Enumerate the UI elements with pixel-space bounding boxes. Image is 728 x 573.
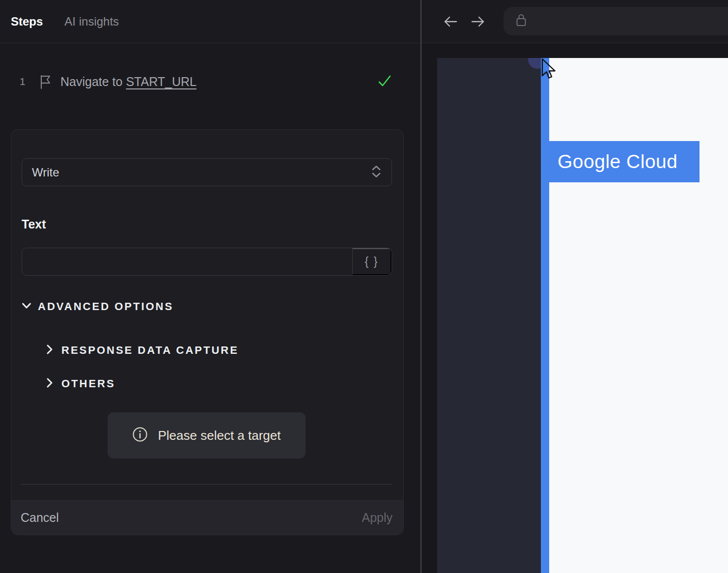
arrow-right-icon (469, 13, 487, 30)
text-input-group: { } (22, 248, 392, 276)
highlighted-element-label: Google Cloud (558, 151, 678, 172)
info-icon (132, 427, 148, 444)
step-row[interactable]: 1 Navigate to START_URL (0, 68, 421, 95)
browser-panel: Google Cloud (421, 0, 728, 573)
lock-icon (515, 13, 527, 29)
action-select-value: Write (32, 166, 371, 179)
step-number: 1 (20, 76, 26, 87)
start-url-link[interactable]: START_URL (126, 75, 196, 88)
success-check-icon (377, 74, 392, 90)
notice-text: Please select a target (158, 428, 280, 443)
advanced-options-toggle[interactable]: ADVANCED OPTIONS (21, 299, 173, 315)
forward-button[interactable] (467, 10, 489, 33)
chevron-right-icon (45, 344, 55, 357)
page-preview: Google Cloud (437, 58, 728, 573)
highlighted-element[interactable]: Google Cloud (549, 141, 700, 182)
flag-icon (39, 75, 52, 91)
editor-footer: Cancel Apply (11, 500, 403, 535)
chevron-right-icon (45, 377, 55, 391)
app-window: Steps AI insights 1 Navigate to START_UR… (0, 0, 728, 573)
back-button[interactable] (439, 10, 462, 33)
tab-ai-insights[interactable]: AI insights (64, 15, 119, 29)
apply-button[interactable]: Apply (362, 511, 392, 525)
tab-steps[interactable]: Steps (11, 15, 43, 29)
step-title: Navigate to START_URL (60, 75, 196, 89)
steps-panel: Steps AI insights 1 Navigate to START_UR… (0, 0, 421, 573)
response-data-capture-label: RESPONSE DATA CAPTURE (61, 344, 239, 357)
divider (21, 484, 392, 485)
advanced-options-label: ADVANCED OPTIONS (38, 300, 173, 313)
select-target-notice: Please select a target (108, 412, 306, 458)
chevron-updown-icon (371, 165, 382, 180)
chevron-down-icon (21, 300, 32, 313)
address-bar[interactable] (504, 7, 728, 35)
text-field-label: Text (22, 217, 46, 231)
left-topbar: Steps AI insights (0, 0, 421, 43)
response-data-capture-toggle[interactable]: RESPONSE DATA CAPTURE (45, 343, 239, 358)
mouse-cursor-icon (540, 58, 561, 85)
action-select[interactable]: Write (22, 158, 392, 186)
text-input[interactable] (22, 248, 352, 275)
cancel-button[interactable]: Cancel (21, 511, 59, 525)
variables-button[interactable]: { } (352, 248, 392, 275)
highlight-bar (541, 58, 549, 573)
step-editor-card: Write Text { } ADVA (11, 129, 404, 535)
panel-divider (420, 0, 421, 573)
browser-toolbar (421, 0, 728, 43)
arrow-left-icon (442, 13, 459, 30)
others-label: OTHERS (61, 377, 115, 390)
others-toggle[interactable]: OTHERS (45, 376, 115, 391)
page-dark-sidebar (437, 58, 541, 573)
